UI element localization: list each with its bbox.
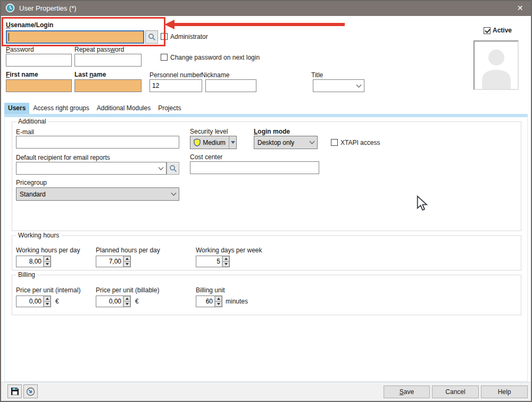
shield-icon bbox=[194, 138, 201, 146]
spin-buttons bbox=[43, 296, 51, 307]
pricegroup-label: Pricegroup bbox=[16, 179, 47, 186]
spin-buttons bbox=[222, 256, 229, 267]
email-input[interactable] bbox=[16, 136, 179, 149]
tab-users[interactable]: Users bbox=[4, 103, 29, 114]
spin-up-button[interactable] bbox=[44, 296, 51, 301]
change-password-checkbox[interactable] bbox=[161, 54, 168, 61]
security-level-label: Security level bbox=[190, 128, 228, 135]
first-name-input[interactable] bbox=[6, 79, 72, 92]
spin-up-button[interactable] bbox=[222, 256, 229, 261]
spin-down-button[interactable] bbox=[215, 301, 222, 307]
annotation-rectangle bbox=[2, 17, 165, 46]
billing-unit-value: 60 bbox=[196, 296, 214, 307]
working-days-per-week-value: 5 bbox=[196, 256, 222, 267]
security-level-arrow[interactable] bbox=[229, 136, 236, 149]
spin-up-button[interactable] bbox=[215, 296, 222, 301]
spin-up-button[interactable] bbox=[123, 296, 130, 301]
window-title: User Properties (*) bbox=[19, 4, 77, 12]
nickname-label: Nickname bbox=[201, 71, 229, 79]
circle-arrow-icon bbox=[26, 387, 35, 396]
spin-buttons bbox=[214, 296, 222, 307]
spin-up-button[interactable] bbox=[44, 256, 51, 261]
personnel-number-input[interactable] bbox=[149, 79, 202, 92]
save-button[interactable]: Save bbox=[384, 385, 430, 398]
spin-buttons bbox=[123, 256, 130, 267]
price-billable-spinner[interactable]: 0,00 bbox=[96, 296, 131, 307]
working-days-per-week-spinner[interactable]: 5 bbox=[196, 256, 230, 267]
group-working-hours bbox=[12, 235, 521, 270]
chevron-down-icon bbox=[159, 165, 164, 170]
title-select[interactable] bbox=[313, 79, 364, 92]
price-billable-label: Price per unit (billable) bbox=[96, 286, 159, 294]
billing-unit-suffix: minutes bbox=[226, 298, 248, 305]
chevron-down-icon bbox=[310, 139, 315, 144]
price-internal-spinner[interactable]: 0,00 bbox=[16, 296, 51, 307]
tab-strip: Users Access right groups Additional Mod… bbox=[4, 103, 185, 114]
repeat-password-input[interactable] bbox=[74, 54, 142, 67]
first-name-label: First name bbox=[6, 71, 38, 78]
chevron-down-icon bbox=[356, 82, 362, 87]
cancel-button[interactable]: Cancel bbox=[432, 385, 479, 398]
price-billable-value: 0,00 bbox=[96, 296, 123, 307]
planned-hours-per-day-label: Planned hours per day bbox=[96, 247, 160, 254]
billing-unit-spinner[interactable]: 60 bbox=[196, 296, 222, 307]
group-additional-label: Additional bbox=[16, 118, 48, 125]
working-hours-per-day-value: 8,00 bbox=[16, 256, 43, 267]
security-level-dropdown-button[interactable]: Medium bbox=[190, 136, 237, 149]
spin-buttons bbox=[43, 256, 51, 267]
email-label: E-mail bbox=[16, 128, 34, 136]
close-icon[interactable]: ✕ bbox=[508, 0, 532, 16]
administrator-label: Administrator bbox=[170, 33, 208, 40]
personnel-number-label: Personnel number bbox=[149, 71, 202, 79]
active-label: Active bbox=[493, 27, 512, 34]
nickname-input[interactable] bbox=[205, 79, 256, 92]
xtapi-access-label: XTAPI access bbox=[340, 139, 380, 146]
planned-hours-per-day-value: 7,00 bbox=[96, 256, 123, 267]
cost-center-label: Cost center bbox=[190, 153, 222, 161]
security-level-value: Medium bbox=[203, 139, 226, 146]
user-properties-dialog: User Properties (*) ✕ Usename/Login Admi… bbox=[0, 0, 532, 402]
clock-icon bbox=[5, 3, 15, 13]
login-mode-select[interactable]: Desktop only bbox=[254, 136, 318, 149]
cost-center-input[interactable] bbox=[190, 161, 319, 174]
password-label: Password bbox=[6, 46, 34, 53]
xtapi-access-checkbox[interactable] bbox=[331, 139, 338, 146]
mouse-cursor bbox=[417, 195, 428, 212]
working-hours-per-day-spinner[interactable]: 8,00 bbox=[16, 256, 51, 267]
save-icon-button[interactable] bbox=[7, 384, 22, 398]
recipient-label: Default recipient for email reports bbox=[16, 154, 110, 161]
search-icon bbox=[169, 165, 177, 173]
spin-buttons bbox=[123, 296, 130, 307]
last-name-label: Last name bbox=[74, 71, 106, 78]
planned-hours-per-day-spinner[interactable]: 7,00 bbox=[96, 256, 131, 267]
recipient-combobox[interactable] bbox=[16, 162, 167, 175]
chevron-down-icon bbox=[171, 191, 177, 196]
spin-down-button[interactable] bbox=[123, 301, 130, 307]
price-internal-value: 0,00 bbox=[16, 296, 43, 307]
tab-access-right-groups[interactable]: Access right groups bbox=[29, 103, 93, 114]
dropdown-arrow-icon bbox=[231, 141, 235, 144]
login-mode-label: Login mode bbox=[254, 128, 290, 135]
pricegroup-select[interactable]: Standard bbox=[16, 187, 179, 201]
help-button[interactable]: Help bbox=[481, 385, 528, 398]
password-input[interactable] bbox=[6, 54, 72, 67]
spin-down-button[interactable] bbox=[44, 261, 51, 267]
spin-up-button[interactable] bbox=[123, 256, 130, 261]
last-name-input[interactable] bbox=[74, 79, 142, 92]
security-level-value-area: Medium bbox=[190, 138, 229, 146]
working-days-per-week-label: Working days per week bbox=[196, 247, 262, 254]
login-mode-value: Desktop only bbox=[257, 139, 294, 146]
active-checkbox[interactable] bbox=[484, 27, 491, 34]
tab-additional-modules[interactable]: Additional Modules bbox=[93, 103, 154, 114]
tab-projects[interactable]: Projects bbox=[154, 103, 185, 114]
price-billable-currency: € bbox=[135, 298, 139, 305]
title-label: Title bbox=[311, 71, 323, 79]
annotation-arrow-shaft bbox=[174, 23, 345, 26]
spin-down-button[interactable] bbox=[44, 301, 51, 307]
pricegroup-value: Standard bbox=[20, 191, 46, 198]
spin-down-button[interactable] bbox=[123, 261, 130, 267]
recipient-search-button[interactable] bbox=[167, 162, 179, 175]
switch-user-icon-button[interactable] bbox=[23, 384, 38, 398]
spin-down-button[interactable] bbox=[222, 261, 229, 267]
change-password-label: Change password on next login bbox=[170, 54, 260, 61]
